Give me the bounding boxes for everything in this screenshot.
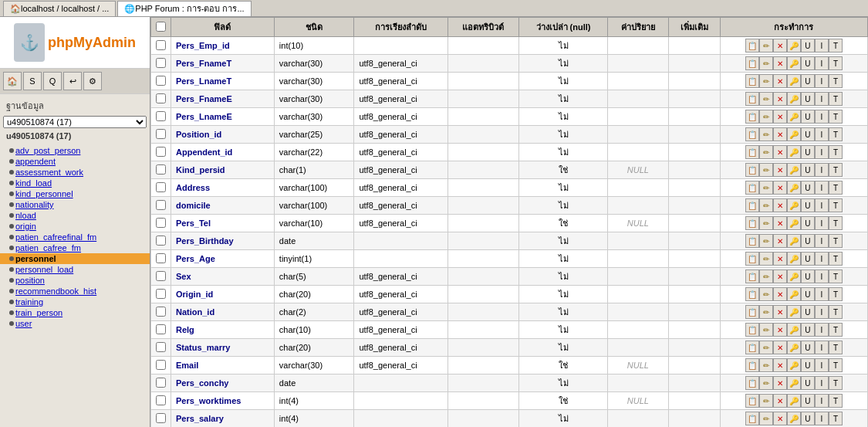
delete-icon[interactable]: ✕ <box>773 56 787 70</box>
primary-icon[interactable]: 🔑 <box>787 341 801 354</box>
row-checkbox[interactable] <box>156 253 166 263</box>
edit-icon[interactable]: ✏ <box>759 394 773 408</box>
browse-icon[interactable]: 📋 <box>745 163 759 177</box>
fulltext-icon[interactable]: T <box>829 181 843 195</box>
edit-icon[interactable]: ✏ <box>759 127 773 141</box>
primary-icon[interactable]: 🔑 <box>787 269 801 283</box>
fulltext-icon[interactable]: T <box>829 74 843 88</box>
browse-icon[interactable]: 📋 <box>745 56 759 70</box>
browse-icon[interactable]: 📋 <box>745 341 759 354</box>
browse-icon[interactable]: 📋 <box>745 198 759 212</box>
primary-icon[interactable]: 🔑 <box>787 376 801 390</box>
edit-icon[interactable]: ✏ <box>759 305 773 319</box>
fulltext-icon[interactable]: T <box>829 252 843 266</box>
delete-icon[interactable]: ✕ <box>773 92 787 106</box>
delete-icon[interactable]: ✕ <box>773 341 787 354</box>
edit-icon[interactable]: ✏ <box>759 234 773 248</box>
row-checkbox[interactable] <box>156 218 166 228</box>
browse-icon[interactable]: 📋 <box>745 252 759 266</box>
delete-icon[interactable]: ✕ <box>773 252 787 266</box>
unique-icon[interactable]: U <box>801 216 815 230</box>
browse-icon[interactable]: 📋 <box>745 287 759 301</box>
sidebar-query-icon[interactable]: Q <box>43 72 62 90</box>
unique-icon[interactable]: U <box>801 252 815 266</box>
sidebar-item-position[interactable]: position <box>0 275 150 286</box>
edit-icon[interactable]: ✏ <box>759 181 773 195</box>
index-icon[interactable]: I <box>815 127 829 141</box>
delete-icon[interactable]: ✕ <box>773 394 787 408</box>
browse-icon[interactable]: 📋 <box>745 110 759 124</box>
index-icon[interactable]: I <box>815 287 829 301</box>
index-icon[interactable]: I <box>815 74 829 88</box>
delete-icon[interactable]: ✕ <box>773 110 787 124</box>
sidebar-item-user[interactable]: user <box>0 318 150 329</box>
index-icon[interactable]: I <box>815 341 829 354</box>
browse-icon[interactable]: 📋 <box>745 323 759 337</box>
primary-icon[interactable]: 🔑 <box>787 287 801 301</box>
index-icon[interactable]: I <box>815 412 829 425</box>
sidebar-item-nload[interactable]: nload <box>0 210 150 221</box>
primary-icon[interactable]: 🔑 <box>787 74 801 88</box>
row-checkbox[interactable] <box>156 182 166 192</box>
sidebar-logout-icon[interactable]: ↩ <box>63 72 82 90</box>
delete-icon[interactable]: ✕ <box>773 376 787 390</box>
primary-icon[interactable]: 🔑 <box>787 39 801 53</box>
browse-icon[interactable]: 📋 <box>745 412 759 425</box>
edit-icon[interactable]: ✏ <box>759 74 773 88</box>
index-icon[interactable]: I <box>815 252 829 266</box>
fulltext-icon[interactable]: T <box>829 163 843 177</box>
delete-icon[interactable]: ✕ <box>773 269 787 283</box>
primary-icon[interactable]: 🔑 <box>787 110 801 124</box>
index-icon[interactable]: I <box>815 234 829 248</box>
primary-icon[interactable]: 🔑 <box>787 145 801 159</box>
unique-icon[interactable]: U <box>801 376 815 390</box>
edit-icon[interactable]: ✏ <box>759 412 773 425</box>
sidebar-settings-icon[interactable]: ⚙ <box>83 72 102 90</box>
fulltext-icon[interactable]: T <box>829 341 843 354</box>
fulltext-icon[interactable]: T <box>829 92 843 106</box>
index-icon[interactable]: I <box>815 394 829 408</box>
index-icon[interactable]: I <box>815 216 829 230</box>
unique-icon[interactable]: U <box>801 39 815 53</box>
fulltext-icon[interactable]: T <box>829 287 843 301</box>
primary-icon[interactable]: 🔑 <box>787 412 801 425</box>
browse-icon[interactable]: 📋 <box>745 234 759 248</box>
row-checkbox[interactable] <box>156 395 166 405</box>
sidebar-item-nationality[interactable]: nationality <box>0 199 150 210</box>
sidebar-item-recommendbook-hist[interactable]: recommendbook_hist <box>0 286 150 297</box>
edit-icon[interactable]: ✏ <box>759 92 773 106</box>
edit-icon[interactable]: ✏ <box>759 56 773 70</box>
sidebar-item-assessment-work[interactable]: assessment_work <box>0 167 150 178</box>
delete-icon[interactable]: ✕ <box>773 181 787 195</box>
edit-icon[interactable]: ✏ <box>759 376 773 390</box>
sidebar-item-patien-cafreefinal-fm[interactable]: patien_cafreefinal_fm <box>0 232 150 242</box>
delete-icon[interactable]: ✕ <box>773 163 787 177</box>
primary-icon[interactable]: 🔑 <box>787 181 801 195</box>
row-checkbox[interactable] <box>156 93 166 103</box>
unique-icon[interactable]: U <box>801 56 815 70</box>
sidebar-item-adv-post-person[interactable]: adv_post_person <box>0 145 150 156</box>
edit-icon[interactable]: ✏ <box>759 163 773 177</box>
delete-icon[interactable]: ✕ <box>773 412 787 425</box>
primary-icon[interactable]: 🔑 <box>787 92 801 106</box>
unique-icon[interactable]: U <box>801 74 815 88</box>
index-icon[interactable]: I <box>815 163 829 177</box>
sidebar-item-train-person[interactable]: train_person <box>0 307 150 318</box>
fulltext-icon[interactable]: T <box>829 234 843 248</box>
row-checkbox[interactable] <box>156 200 166 210</box>
db-link[interactable]: u490510874 (17) <box>3 130 147 142</box>
unique-icon[interactable]: U <box>801 127 815 141</box>
row-checkbox[interactable] <box>156 342 166 352</box>
fulltext-icon[interactable]: T <box>829 39 843 53</box>
delete-icon[interactable]: ✕ <box>773 74 787 88</box>
sidebar-item-patien-cafree-fm[interactable]: patien_cafree_fm <box>0 242 150 253</box>
index-icon[interactable]: I <box>815 323 829 337</box>
primary-icon[interactable]: 🔑 <box>787 234 801 248</box>
sidebar-sql-icon[interactable]: S <box>23 72 42 90</box>
edit-icon[interactable]: ✏ <box>759 252 773 266</box>
unique-icon[interactable]: U <box>801 92 815 106</box>
sidebar-item-kind-load[interactable]: kind_load <box>0 178 150 188</box>
edit-icon[interactable]: ✏ <box>759 287 773 301</box>
browse-icon[interactable]: 📋 <box>745 358 759 372</box>
fulltext-icon[interactable]: T <box>829 305 843 319</box>
